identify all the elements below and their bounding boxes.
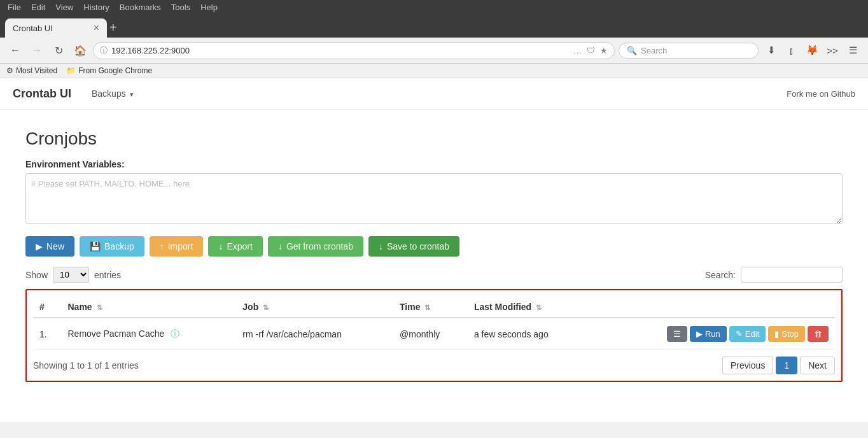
data-table-wrapper: # Name ⇅ Job ⇅ Time ⇅ bbox=[25, 289, 843, 382]
entries-label: entries bbox=[94, 270, 121, 280]
search-bar[interactable]: 🔍 Search bbox=[619, 43, 759, 59]
address-bar-icons: … 🛡 ★ bbox=[573, 46, 608, 55]
previous-button[interactable]: Previous bbox=[722, 357, 773, 374]
edit-button[interactable]: ✎ Edit bbox=[729, 326, 766, 342]
gear-icon: ⚙ bbox=[6, 66, 13, 75]
reload-button[interactable]: ↻ bbox=[50, 41, 67, 59]
import-button[interactable]: ↑ Import bbox=[150, 236, 204, 257]
menu-file[interactable]: File bbox=[8, 3, 21, 12]
col-time[interactable]: Time ⇅ bbox=[393, 297, 468, 318]
pagination: Previous 1 Next bbox=[722, 357, 835, 374]
trash-icon: 🗑 bbox=[814, 329, 822, 339]
edit-icon: ✎ bbox=[736, 329, 743, 339]
col-last-modified[interactable]: Last Modified ⇅ bbox=[468, 297, 590, 318]
new-tab-button[interactable]: + bbox=[109, 20, 117, 38]
cell-actions: ☰ ▶ Run ✎ Edit bbox=[590, 318, 835, 350]
tab-close-button[interactable]: × bbox=[94, 22, 99, 34]
bookmark-label: From Google Chrome bbox=[78, 66, 152, 75]
col-number[interactable]: # bbox=[33, 297, 62, 318]
log-button[interactable]: ☰ bbox=[667, 326, 687, 342]
delete-button[interactable]: 🗑 bbox=[808, 326, 829, 342]
more-icon[interactable]: … bbox=[573, 46, 582, 55]
extensions-icon[interactable]: >> bbox=[823, 41, 841, 59]
browser-menu-bar: File Edit View History Bookmarks Tools H… bbox=[0, 0, 868, 15]
backup-button[interactable]: 💾 Backup bbox=[80, 236, 144, 257]
folder-icon: 📁 bbox=[66, 66, 76, 75]
new-button[interactable]: ▶ New bbox=[25, 236, 74, 257]
active-tab[interactable]: Crontab UI × bbox=[5, 18, 107, 38]
cell-time: @monthly bbox=[393, 318, 468, 350]
col-actions bbox=[590, 297, 835, 318]
firefox-icon[interactable]: 🦊 bbox=[803, 41, 821, 59]
page-1-button[interactable]: 1 bbox=[776, 357, 797, 374]
cell-name: Remove Pacman Cache ⓘ bbox=[62, 318, 237, 350]
env-variables-label: Environment Variables: bbox=[25, 159, 843, 169]
security-icon: ⓘ bbox=[100, 45, 108, 56]
sort-job-icon: ⇅ bbox=[263, 304, 269, 311]
stop-button[interactable]: ▮ Stop bbox=[768, 326, 805, 342]
show-entries-control: Show 10 25 50 100 entries bbox=[25, 267, 121, 283]
bookmark-most-visited[interactable]: ⚙ Most Visited bbox=[6, 66, 57, 75]
get-from-crontab-button[interactable]: ↓ Get from crontab bbox=[268, 236, 363, 257]
fork-github-link[interactable]: Fork me on Github bbox=[787, 89, 855, 99]
back-button[interactable]: ← bbox=[6, 41, 24, 59]
stop-icon: ▮ bbox=[774, 329, 779, 339]
sort-time-icon: ⇅ bbox=[424, 304, 430, 311]
app-header: Crontab UI Backups ▾ Fork me on Github bbox=[0, 78, 868, 110]
address-bar[interactable]: ⓘ 192.168.225.22:9000 … 🛡 ★ bbox=[93, 42, 615, 59]
menu-help[interactable]: Help bbox=[200, 3, 218, 12]
main-content: Cronjobs Environment Variables: ▶ New 💾 … bbox=[0, 110, 868, 401]
env-variables-textarea[interactable] bbox=[25, 173, 843, 224]
run-icon: ▶ bbox=[696, 329, 703, 339]
save-to-crontab-button[interactable]: ↓ Save to crontab bbox=[368, 236, 459, 257]
export-button[interactable]: ↓ Export bbox=[208, 236, 262, 257]
tab-title: Crontab UI bbox=[13, 24, 53, 33]
table-search-input[interactable] bbox=[741, 267, 843, 283]
menu-edit[interactable]: Edit bbox=[31, 3, 45, 12]
search-label: Search: bbox=[705, 270, 736, 280]
download-icon[interactable]: ⬇ bbox=[762, 41, 780, 59]
table-header-row: # Name ⇅ Job ⇅ Time ⇅ bbox=[33, 297, 835, 318]
nav-backups[interactable]: Backups ▾ bbox=[84, 85, 141, 102]
browser-tab-bar: Crontab UI × + bbox=[0, 15, 868, 38]
sort-name-icon: ⇅ bbox=[97, 304, 102, 311]
cronjobs-table: # Name ⇅ Job ⇅ Time ⇅ bbox=[33, 297, 835, 350]
showing-text: Showing 1 to 1 of 1 entries bbox=[33, 360, 139, 371]
col-job[interactable]: Job ⇅ bbox=[236, 297, 393, 318]
app-nav: Backups ▾ bbox=[84, 85, 141, 102]
page-title: Cronjobs bbox=[25, 129, 843, 149]
app-brand: Crontab UI bbox=[13, 87, 71, 101]
col-name[interactable]: Name ⇅ bbox=[62, 297, 237, 318]
dropdown-arrow-icon: ▾ bbox=[130, 90, 134, 98]
backup-icon: 💾 bbox=[90, 241, 101, 251]
bookmark-label: Most Visited bbox=[16, 66, 57, 75]
synced-tabs-icon[interactable]: ⫿ bbox=[783, 41, 801, 59]
info-icon[interactable]: ⓘ bbox=[171, 328, 179, 339]
bookmarks-bar: ⚙ Most Visited 📁 From Google Chrome bbox=[0, 64, 868, 78]
entries-select[interactable]: 10 25 50 100 bbox=[53, 267, 89, 283]
search-placeholder-text: Search bbox=[641, 46, 667, 55]
save-icon: ↓ bbox=[379, 241, 383, 251]
bookmark-star-icon[interactable]: ★ bbox=[600, 46, 608, 55]
page-content: Crontab UI Backups ▾ Fork me on Github C… bbox=[0, 78, 868, 422]
cell-last-modified: a few seconds ago bbox=[468, 318, 590, 350]
row-actions: ☰ ▶ Run ✎ Edit bbox=[596, 326, 829, 342]
run-button[interactable]: ▶ Run bbox=[690, 326, 727, 342]
search-control: Search: bbox=[705, 267, 843, 283]
menu-icon[interactable]: ☰ bbox=[844, 41, 862, 59]
menu-bookmarks[interactable]: Bookmarks bbox=[120, 3, 161, 12]
url-text: 192.168.225.22:9000 bbox=[111, 46, 570, 55]
bookmark-from-chrome[interactable]: 📁 From Google Chrome bbox=[66, 66, 152, 75]
cell-number: 1. bbox=[33, 318, 62, 350]
menu-history[interactable]: History bbox=[83, 3, 109, 12]
pocket-icon[interactable]: 🛡 bbox=[587, 46, 595, 55]
menu-tools[interactable]: Tools bbox=[171, 3, 190, 12]
browser-toolbar: ← → ↻ 🏠 ⓘ 192.168.225.22:9000 … 🛡 ★ 🔍 Se… bbox=[0, 38, 868, 64]
sort-modified-icon: ⇅ bbox=[536, 304, 542, 311]
cell-job: rm -rf /var/cache/pacman bbox=[236, 318, 393, 350]
menu-view[interactable]: View bbox=[55, 3, 73, 12]
next-button[interactable]: Next bbox=[800, 357, 835, 374]
table-footer: Showing 1 to 1 of 1 entries Previous 1 N… bbox=[33, 357, 835, 374]
home-button[interactable]: 🏠 bbox=[71, 41, 89, 59]
forward-button[interactable]: → bbox=[28, 41, 46, 59]
